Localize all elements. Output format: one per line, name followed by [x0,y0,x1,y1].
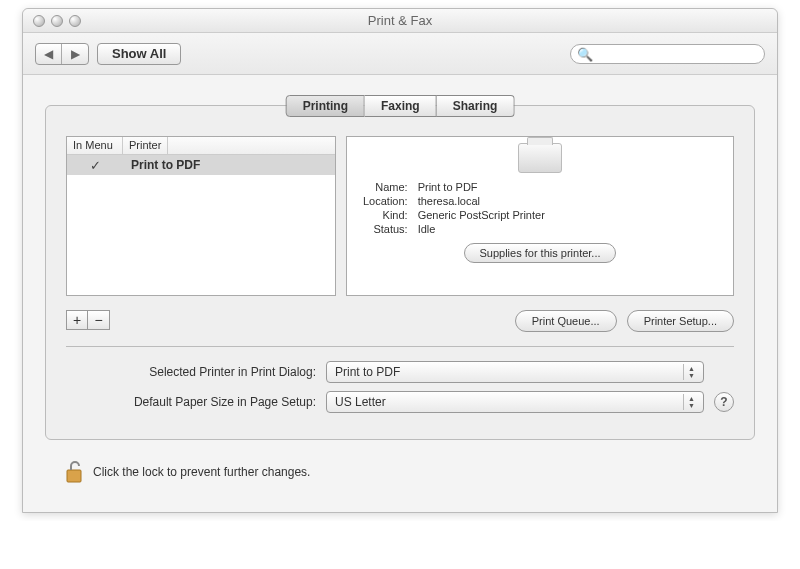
divider [66,346,734,347]
unlock-icon[interactable] [63,460,85,484]
lock-text: Click the lock to prevent further change… [93,465,310,479]
location-value: theresa.local [418,195,545,207]
kind-value: Generic PostScript Printer [418,209,545,221]
location-label: Location: [363,195,408,207]
help-button[interactable]: ? [714,392,734,412]
search-input[interactable] [570,44,765,64]
back-button[interactable]: ◀ [36,44,62,64]
paper-size-row: Default Paper Size in Page Setup: US Let… [66,391,734,413]
tab-sharing[interactable]: Sharing [437,95,515,117]
in-menu-check-icon[interactable]: ✓ [67,158,123,173]
printer-icon [518,143,562,173]
list-tools: + − [66,310,110,330]
print-queue-button[interactable]: Print Queue... [515,310,617,332]
printer-list-header: In Menu Printer [67,137,335,155]
tab-printing[interactable]: Printing [286,95,365,117]
column-header-in-menu[interactable]: In Menu [67,137,123,154]
forward-button[interactable]: ▶ [62,44,88,64]
supplies-button[interactable]: Supplies for this printer... [464,243,615,263]
selected-printer-row: Selected Printer in Print Dialog: Print … [66,361,734,383]
printer-detail-pane: Name: Print to PDF Location: theresa.loc… [346,136,734,296]
printer-info-grid: Name: Print to PDF Location: theresa.loc… [363,181,545,235]
printer-list[interactable]: In Menu Printer ✓ Print to PDF [66,136,336,296]
kind-label: Kind: [363,209,408,221]
nav-back-forward: ◀ ▶ [35,43,89,65]
name-label: Name: [363,181,408,193]
columns: In Menu Printer ✓ Print to PDF Name: Pri… [66,136,734,296]
paper-size-popup[interactable]: US Letter ▲▼ [326,391,704,413]
selected-printer-value: Print to PDF [335,365,400,379]
printer-setup-button[interactable]: Printer Setup... [627,310,734,332]
show-all-button[interactable]: Show All [97,43,181,65]
paper-size-label: Default Paper Size in Page Setup: [66,395,326,409]
printer-name-cell: Print to PDF [123,158,200,172]
name-value: Print to PDF [418,181,545,193]
paper-size-value: US Letter [335,395,386,409]
content-area: Printing Faxing Sharing In Menu Printer … [23,75,777,512]
popup-arrows-icon: ▲▼ [683,394,699,410]
search-icon: 🔍 [577,47,593,62]
selected-printer-popup[interactable]: Print to PDF ▲▼ [326,361,704,383]
titlebar: Print & Fax [23,9,777,33]
add-printer-button[interactable]: + [66,310,88,330]
status-value: Idle [418,223,545,235]
printing-panel: In Menu Printer ✓ Print to PDF Name: Pri… [45,105,755,440]
tab-faxing[interactable]: Faxing [365,95,437,117]
tab-bar: Printing Faxing Sharing [286,95,515,117]
printer-list-row[interactable]: ✓ Print to PDF [67,155,335,175]
action-buttons: Print Queue... Printer Setup... [515,302,734,332]
search-field-wrap: 🔍 [570,44,765,64]
toolbar: ◀ ▶ Show All 🔍 [23,33,777,75]
column-header-printer[interactable]: Printer [123,137,168,154]
status-label: Status: [363,223,408,235]
lock-row: Click the lock to prevent further change… [45,440,755,498]
remove-printer-button[interactable]: − [88,310,110,330]
popup-arrows-icon: ▲▼ [683,364,699,380]
window-title: Print & Fax [23,13,777,28]
prefpane-window: Print & Fax ◀ ▶ Show All 🔍 Printing Faxi… [22,8,778,513]
selected-printer-label: Selected Printer in Print Dialog: [66,365,326,379]
